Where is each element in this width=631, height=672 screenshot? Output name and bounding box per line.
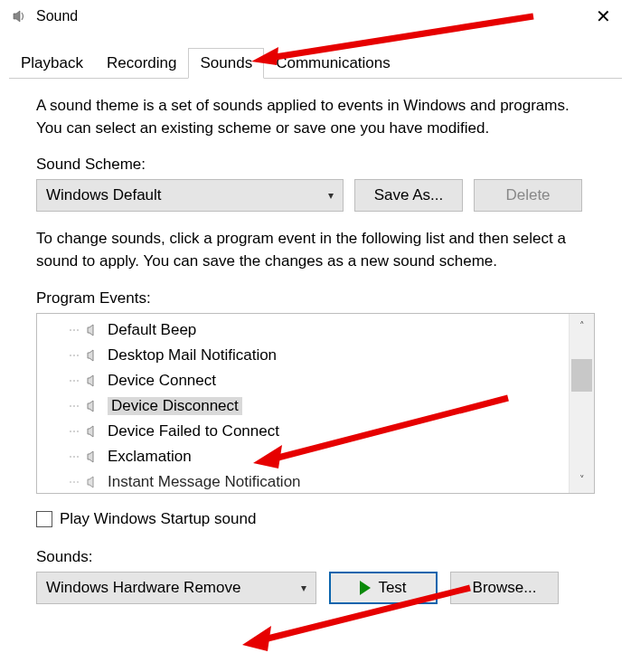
scroll-track[interactable] bbox=[570, 339, 594, 468]
tree-connector: ⋯ bbox=[64, 450, 84, 463]
browse-button[interactable]: Browse... bbox=[450, 572, 559, 604]
save-as-button[interactable]: Save As... bbox=[354, 179, 463, 212]
tab-content: A sound theme is a set of sounds applied… bbox=[0, 79, 631, 604]
sounds-label: Sounds: bbox=[36, 548, 595, 566]
list-item[interactable]: ⋯ Desktop Mail Notification bbox=[37, 343, 569, 368]
tree-connector: ⋯ bbox=[64, 400, 84, 412]
chevron-down-icon: ▾ bbox=[301, 582, 306, 594]
chevron-down-icon: ▾ bbox=[328, 189, 334, 202]
startup-sound-label: Play Windows Startup sound bbox=[60, 510, 256, 528]
checkbox[interactable] bbox=[36, 511, 52, 527]
tab-recording[interactable]: Recording bbox=[95, 48, 189, 79]
list-item[interactable]: ⋯ Default Beep bbox=[37, 317, 569, 343]
sound-value: Windows Hardware Remove bbox=[46, 579, 240, 597]
tab-strip: Playback Recording Sounds Communications bbox=[9, 47, 622, 79]
description-text: A sound theme is a set of sounds applied… bbox=[36, 95, 595, 139]
speaker-icon bbox=[84, 448, 102, 466]
play-icon bbox=[360, 581, 371, 595]
list-item[interactable]: ⋯ Exclamation bbox=[37, 444, 569, 469]
delete-button: Delete bbox=[474, 179, 582, 212]
scroll-up-icon[interactable]: ˄ bbox=[570, 314, 594, 339]
speaker-icon bbox=[84, 397, 102, 415]
program-events-label: Program Events: bbox=[36, 289, 595, 308]
tree-connector: ⋯ bbox=[64, 324, 84, 336]
list-item[interactable]: ⋯ Device Failed to Connect bbox=[37, 419, 569, 444]
speaker-icon bbox=[84, 473, 102, 491]
program-events-listbox: ⋯ Default Beep ⋯ Desktop Mail Notificati… bbox=[36, 313, 595, 494]
events-list[interactable]: ⋯ Default Beep ⋯ Desktop Mail Notificati… bbox=[37, 314, 569, 493]
tree-connector: ⋯ bbox=[64, 374, 84, 387]
close-button[interactable]: ✕ bbox=[587, 4, 620, 29]
speaker-icon bbox=[84, 346, 102, 364]
sound-scheme-dropdown[interactable]: Windows Default ▾ bbox=[36, 179, 344, 212]
speaker-icon bbox=[84, 321, 102, 339]
window-title: Sound bbox=[36, 8, 587, 24]
list-item-selected[interactable]: ⋯ Device Disconnect bbox=[37, 393, 569, 419]
startup-sound-checkbox-row[interactable]: Play Windows Startup sound bbox=[36, 510, 595, 528]
scheme-label: Sound Scheme: bbox=[36, 156, 595, 174]
tree-connector: ⋯ bbox=[64, 349, 84, 362]
scroll-down-icon[interactable]: ˅ bbox=[570, 468, 594, 493]
sounds-row: Windows Hardware Remove ▾ Test Browse... bbox=[36, 572, 595, 604]
sound-file-dropdown[interactable]: Windows Hardware Remove ▾ bbox=[36, 572, 316, 604]
tab-playback[interactable]: Playback bbox=[9, 48, 95, 79]
scheme-row: Windows Default ▾ Save As... Delete bbox=[36, 179, 595, 212]
svg-marker-5 bbox=[242, 626, 271, 651]
tree-connector: ⋯ bbox=[64, 476, 84, 488]
tab-communications[interactable]: Communications bbox=[264, 48, 402, 79]
tab-sounds[interactable]: Sounds bbox=[188, 48, 264, 79]
change-hint-text: To change sounds, click a program event … bbox=[36, 228, 595, 272]
tree-connector: ⋯ bbox=[64, 425, 84, 438]
speaker-icon bbox=[84, 372, 102, 390]
scrollbar[interactable]: ˄ ˅ bbox=[569, 314, 594, 493]
list-item[interactable]: ⋯ Device Connect bbox=[37, 368, 569, 393]
scroll-thumb[interactable] bbox=[571, 359, 592, 392]
test-button[interactable]: Test bbox=[329, 572, 438, 604]
speaker-icon bbox=[84, 422, 102, 440]
list-item[interactable]: ⋯ Instant Message Notification bbox=[37, 469, 569, 493]
titlebar: Sound ✕ bbox=[0, 0, 631, 33]
speaker-icon bbox=[11, 7, 29, 25]
scheme-value: Windows Default bbox=[46, 186, 162, 204]
